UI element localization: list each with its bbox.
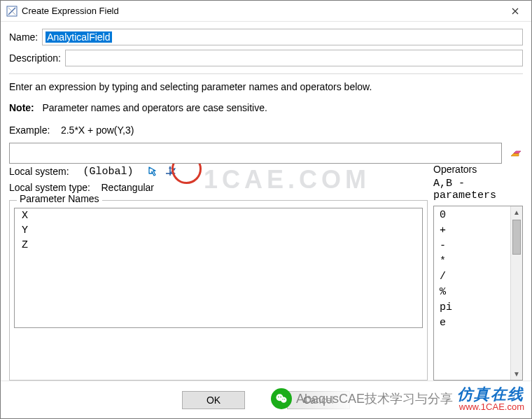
separator-1 [9,73,523,74]
name-row: Name: AnalyticalField [9,29,523,45]
brand-stack: 仿真在线 www.1CAE.com [457,386,524,412]
local-system-label: Local system: [9,166,69,177]
name-field-value: AnalyticalField [46,31,111,43]
local-system-type-row: Local system type: Rectangular [9,182,428,193]
svg-point-9 [276,394,283,401]
name-field[interactable]: AnalyticalField [42,29,523,45]
example-prefix: Example: [9,125,50,136]
description-field[interactable] [65,50,523,66]
description-label: Description: [9,52,61,64]
operators-list-wrap: 0+-*/%pie ▲ ▼ [433,206,523,381]
close-button[interactable] [499,1,531,21]
list-item[interactable]: e [434,315,510,331]
list-item[interactable]: - [434,239,510,254]
svg-marker-2 [514,151,521,153]
local-system-type-label: Local system type: [9,182,90,193]
scroll-up-arrow-icon[interactable]: ▲ [511,206,522,218]
dialog-content-top: Name: AnalyticalField Description: Enter… [1,22,531,164]
brand-cn: 仿真在线 [457,386,524,402]
parameter-names-list[interactable]: XYZ [14,208,423,328]
local-system-row: Local system: (Global) [9,165,428,178]
list-item[interactable]: * [434,254,510,269]
lower-columns: Local system: (Global) [9,164,523,381]
dialog-content-lower: 1CAE.COM 1CAE.COM Local system: (Global) [1,164,531,381]
note-prefix: Note: [9,102,34,113]
list-item[interactable]: % [434,285,510,300]
expression-field[interactable] [9,143,502,164]
description-row: Description: [9,50,523,66]
scroll-down-arrow-icon[interactable]: ▼ [511,368,522,380]
list-item[interactable]: Z [15,238,422,253]
scrollbar[interactable]: ▲ ▼ [510,206,522,380]
list-item[interactable]: X [15,208,422,223]
parameter-names-title: Parameter Names [17,193,102,204]
instruction-text: Enter an expression by typing and select… [9,81,523,92]
list-item[interactable]: / [434,269,510,285]
svg-point-12 [280,397,281,398]
svg-point-11 [278,397,279,398]
svg-point-10 [281,397,286,403]
erase-expression-button[interactable] [507,145,523,161]
example-row: Example: 2.5*X + pow(Y,3) [9,125,523,136]
local-system-value: (Global) [83,166,133,178]
note-body: Parameter names and operators are case s… [42,102,267,113]
pick-csys-icon[interactable] [147,165,160,178]
svg-marker-1 [511,153,519,156]
ok-button[interactable]: OK [182,391,245,409]
svg-point-13 [282,399,283,399]
expression-row [9,143,523,164]
scroll-thumb[interactable] [512,220,521,255]
brand-url: www.1CAE.com [459,402,524,412]
parameter-names-group: Parameter Names XYZ [9,200,428,381]
list-item[interactable]: + [434,223,510,239]
dialog-window: Create Expression Field Name: Analytical… [0,0,532,419]
list-item[interactable]: Y [15,223,422,238]
list-item[interactable]: 0 [434,208,510,223]
button-row: OK Cancel AbaqusCAE技术学习与分享 仿真在线 www.1CAE… [1,381,531,418]
operators-subtitle: A,B - parameters [433,178,523,201]
create-csys-icon[interactable] [164,165,176,178]
local-system-type-value: Rectangular [102,182,155,193]
svg-marker-7 [173,172,176,175]
window-title: Create Expression Field [22,6,499,16]
left-column: Local system: (Global) [9,164,428,381]
svg-marker-6 [169,166,172,169]
operators-list[interactable]: 0+-*/%pie [434,206,510,380]
svg-point-14 [284,399,285,399]
name-label: Name: [9,31,38,43]
cancel-button[interactable]: Cancel [287,391,350,409]
operators-title: Operators [433,164,523,175]
scroll-track[interactable] [511,256,522,368]
list-item[interactable]: pi [434,300,510,315]
example-body: 2.5*X + pow(Y,3) [61,125,134,136]
note-row: Note: Parameter names and operators are … [9,102,523,113]
right-column: Operators A,B - parameters 0+-*/%pie ▲ ▼ [433,164,523,381]
app-icon [6,6,18,17]
titlebar: Create Expression Field [1,1,531,22]
